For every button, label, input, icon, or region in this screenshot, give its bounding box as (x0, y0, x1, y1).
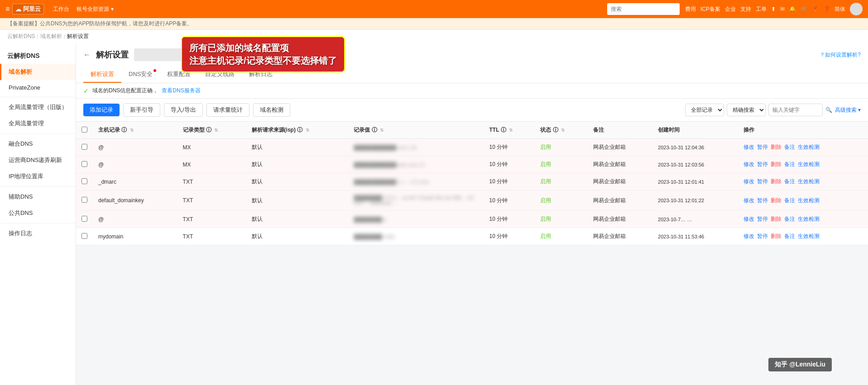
th-checkbox (76, 122, 93, 139)
action-暂停[interactable]: 暂停 (757, 161, 768, 168)
request-stats-button[interactable]: 请求量统计 (206, 103, 249, 117)
icp-link[interactable]: ICP备案 (700, 5, 720, 13)
sidebar-item-global-traffic[interactable]: 全局流量管理 (0, 115, 76, 132)
dns-server-link[interactable]: 查看DNS服务器 (162, 87, 200, 95)
row-value: ████████ xS5b (348, 228, 484, 245)
sidebar-item-public-dns[interactable]: 公共DNS (0, 205, 76, 221)
top-nav-links: 工作台 账号全部资源 ▾ (53, 5, 113, 13)
lang-toggle[interactable]: 简体 (834, 5, 845, 13)
action-修改[interactable]: 修改 (743, 197, 754, 204)
nav-workbench[interactable]: 工作台 (53, 5, 69, 13)
action-删除[interactable]: 删除 (771, 197, 782, 204)
action-暂停[interactable]: 暂停 (757, 143, 768, 151)
keyword-search-input[interactable] (768, 104, 823, 116)
location-icon[interactable]: 📍 (812, 6, 819, 12)
action-生效检测[interactable]: 生效检测 (798, 161, 820, 168)
order-link[interactable]: 工单 (756, 5, 767, 13)
cart-icon[interactable]: 🛒 (801, 6, 807, 12)
sidebar-item-privatezone[interactable]: PrivateZone (0, 80, 76, 95)
action-删除[interactable]: 删除 (771, 178, 782, 185)
row-type: TXT (177, 228, 246, 245)
hamburger-icon[interactable]: ≡ (5, 5, 10, 13)
action-备注[interactable]: 备注 (784, 233, 795, 240)
question-icon[interactable]: ❓ (823, 6, 830, 12)
row-select-checkbox[interactable] (82, 144, 87, 150)
action-生效检测[interactable]: 生效检测 (798, 178, 820, 185)
action-暂停[interactable]: 暂停 (757, 233, 768, 240)
tab-dns-security[interactable]: DNS安全 (121, 67, 160, 83)
row-host: default_domainkey (93, 190, 177, 211)
select-all-checkbox[interactable] (82, 127, 87, 133)
new-guide-button[interactable]: 新手引导 (123, 103, 160, 117)
filter-all-select[interactable]: 全部记录 (685, 104, 724, 116)
action-备注[interactable]: 备注 (784, 178, 795, 185)
add-record-button[interactable]: 添加记录 (83, 104, 120, 116)
domain-check-button[interactable]: 域名检测 (253, 103, 290, 117)
row-select-checkbox[interactable] (82, 197, 87, 203)
search-icon[interactable]: 🔍 (825, 107, 832, 113)
support-link[interactable]: 支持 (740, 5, 751, 13)
th-remark: 备注 (588, 122, 653, 139)
action-暂停[interactable]: 暂停 (757, 178, 768, 185)
upload-icon[interactable]: ⬆ (771, 6, 776, 12)
sidebar-item-ip-geo[interactable]: IP地理位置库 (0, 168, 76, 185)
filter-precise-select[interactable]: 精确搜索 (727, 104, 766, 116)
action-生效检测[interactable]: 生效检测 (798, 215, 820, 223)
tab-resolve-settings[interactable]: 解析设置 (83, 67, 121, 83)
sidebar-item-aux-dns[interactable]: 辅助DNS (0, 189, 76, 205)
row-created: 2023-10-31 12:01:22 (652, 190, 738, 211)
help-link[interactable]: ？如何设置解析? (820, 51, 861, 59)
nav-resources[interactable]: 账号全部资源 ▾ (77, 5, 113, 13)
action-备注[interactable]: 备注 (784, 215, 795, 223)
tab-weight-config[interactable]: 权重配置 (160, 67, 198, 83)
avatar[interactable] (850, 3, 863, 15)
action-删除[interactable]: 删除 (771, 143, 782, 151)
action-修改[interactable]: 修改 (743, 233, 754, 240)
row-created: 2023-10-31 12:03:56 (652, 156, 738, 173)
action-暂停[interactable]: 暂停 (757, 197, 768, 204)
row-type: MX (177, 156, 246, 173)
action-修改[interactable]: 修改 (743, 178, 754, 185)
main-content: ← 解析设置 免费版 ？如何设置解析? 解析设置 DNS安全 权重配置 自定义 (76, 43, 868, 385)
mail-icon[interactable]: ✉ (780, 6, 785, 12)
action-删除[interactable]: 删除 (771, 215, 782, 223)
back-button[interactable]: ← (83, 51, 91, 59)
tab-resolve-log[interactable]: 解析日志 (242, 67, 280, 83)
action-生效检测[interactable]: 生效检测 (798, 233, 820, 240)
bell-icon[interactable]: 🔔 (789, 6, 796, 12)
action-生效检测[interactable]: 生效检测 (798, 143, 820, 151)
breadcrumb-item-0[interactable]: 云解析DNS (7, 33, 35, 40)
action-备注[interactable]: 备注 (784, 197, 795, 204)
row-select-checkbox[interactable] (82, 178, 87, 184)
action-修改[interactable]: 修改 (743, 143, 754, 151)
global-search-input[interactable] (607, 3, 680, 15)
action-删除[interactable]: 删除 (771, 161, 782, 168)
tab-custom-line[interactable]: 自定义线路 (198, 67, 242, 83)
action-备注[interactable]: 备注 (784, 143, 795, 151)
action-生效检测[interactable]: 生效检测 (798, 197, 820, 204)
advanced-search-button[interactable]: 高级搜索 ▾ (835, 106, 861, 114)
action-删除[interactable]: 删除 (771, 233, 782, 240)
row-type: TXT (177, 173, 246, 190)
sidebar-item-operation-log[interactable]: 操作日志 (0, 225, 76, 242)
table-row: mydomainTXT默认████████ xS5b10 分钟启用网易企业邮箱2… (76, 228, 868, 245)
sidebar-item-fusion-dns[interactable]: 融合DNS (0, 136, 76, 152)
sidebar-item-global-traffic-old[interactable]: 全局流量管理（旧版） (0, 99, 76, 115)
action-修改[interactable]: 修改 (743, 161, 754, 168)
fee-link[interactable]: 费用 (685, 5, 696, 13)
breadcrumb-item-1[interactable]: 域名解析 (40, 33, 62, 40)
row-select-checkbox[interactable] (82, 233, 87, 239)
import-export-button[interactable]: 导入/导出 (164, 103, 203, 117)
action-备注[interactable]: 备注 (784, 161, 795, 168)
sidebar-item-isp-refresh[interactable]: 运营商DNS递弄刷新 (0, 152, 76, 168)
action-修改[interactable]: 修改 (743, 215, 754, 223)
row-value: ████████ a (348, 211, 484, 228)
row-select-checkbox[interactable] (82, 161, 87, 167)
search-area: 费用 ICP备案 企业 支持 工单 ⬆ ✉ 🔔 🛒 📍 ❓ 简体 (607, 3, 863, 15)
row-select-checkbox[interactable] (82, 216, 87, 222)
table-row: default_domainkeyTXT默认████████ S K b… xc… (76, 190, 868, 211)
sidebar-item-domain-resolution[interactable]: 域名解析 (0, 64, 76, 80)
action-暂停[interactable]: 暂停 (757, 215, 768, 223)
enterprise-link[interactable]: 企业 (725, 5, 736, 13)
row-created: 2023-10-31 12:01:41 (652, 173, 738, 190)
